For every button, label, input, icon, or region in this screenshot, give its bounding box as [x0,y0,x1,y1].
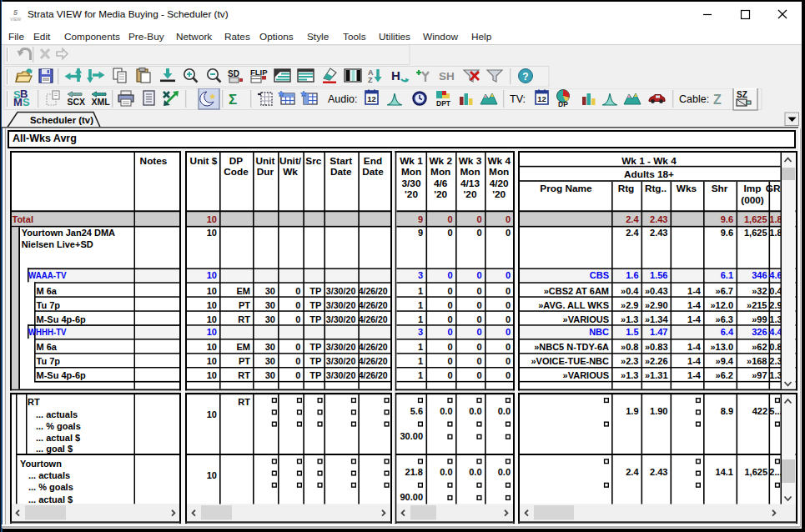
svg-text:0: 0 [506,342,511,352]
svg-text:1.3: 1.3 [769,314,782,324]
svg-text:0: 0 [295,300,300,310]
svg-text:... actuals: ... actuals [36,409,78,419]
svg-text:Tu 7p: Tu 7p [37,356,61,366]
svg-text:30: 30 [265,370,275,380]
svg-text:»6.7: »6.7 [716,286,733,296]
svg-text:0: 0 [447,327,452,337]
svg-text:RT: RT [28,397,40,407]
svg-text:30: 30 [265,356,275,366]
svg-text:0: 0 [506,300,511,310]
svg-text:0: 0 [447,214,452,224]
svg-text:'20: '20 [464,188,477,200]
svg-text:0: 0 [506,327,511,337]
svg-text:Mon: Mon [430,166,450,178]
svg-text:Mon: Mon [401,166,421,178]
svg-text:RT: RT [238,314,250,324]
svg-text:1-4: 1-4 [687,300,702,310]
svg-text:0: 0 [476,286,481,296]
svg-text:10: 10 [207,409,217,419]
svg-text:1-4: 1-4 [687,314,702,324]
svg-text:Mon: Mon [460,166,480,178]
svg-text:»2.26: »2.26 [645,356,668,366]
svg-text:6.4: 6.4 [721,327,734,337]
svg-text:Wk 1: Wk 1 [400,155,423,167]
svg-text:1.3: 1.3 [769,370,782,380]
svg-text:1-4: 1-4 [687,342,702,352]
svg-text:»1.3: »1.3 [621,314,638,324]
svg-text:90.00: 90.00 [400,492,423,502]
svg-text:»1.31: »1.31 [645,370,668,380]
svg-text:'20: '20 [434,188,447,200]
svg-text:Notes: Notes [140,155,168,167]
svg-text:DP: DP [229,155,244,167]
svg-text:... actuals: ... actuals [28,470,70,480]
svg-text:0.0: 0.0 [469,406,481,416]
svg-text:Yourtown Jan24 DMA: Yourtown Jan24 DMA [22,228,115,238]
svg-text:326: 326 [752,327,767,337]
svg-text:M 6a: M 6a [37,342,58,352]
svg-text:0.0: 0.0 [498,406,511,416]
svg-text:30.00: 30.00 [400,431,423,441]
svg-text:Wks: Wks [677,183,697,194]
svg-text:»VARIOUS: »VARIOUS [563,314,609,324]
svg-text:2.4: 2.4 [626,214,639,224]
svg-text:3: 3 [418,327,423,337]
svg-text:30: 30 [265,300,275,310]
svg-text:»1.3: »1.3 [621,370,638,380]
svg-text:Tu 7p: Tu 7p [37,300,61,310]
svg-text:»12.0: »12.0 [710,300,733,310]
svg-text:Wk 3: Wk 3 [459,155,482,167]
svg-text:0: 0 [476,370,481,380]
svg-text:Start: Start [330,155,352,167]
svg-text:»1.34: »1.34 [645,314,668,324]
svg-text:NBC: NBC [589,327,609,337]
svg-text:EM: EM [237,342,251,352]
svg-text:1: 1 [418,300,423,310]
svg-text:»NBC5 N-TDY-6A: »NBC5 N-TDY-6A [534,342,609,352]
svg-text:TP: TP [309,342,321,352]
svg-text:6.1: 6.1 [721,270,733,280]
svg-text:0: 0 [476,228,481,238]
svg-text:Unit/: Unit/ [279,155,302,167]
svg-text:30: 30 [265,286,275,296]
svg-text:10: 10 [207,470,217,480]
svg-text:0: 0 [295,370,300,380]
svg-text:»CBS2 AT 6AM: »CBS2 AT 6AM [544,286,609,296]
svg-text:Imp: Imp [744,183,762,194]
svg-text:PT: PT [239,300,250,310]
svg-text:3/30/20: 3/30/20 [326,370,356,380]
svg-text:1.5: 1.5 [626,327,638,337]
svg-text:0: 0 [447,286,452,296]
svg-text:TP: TP [309,314,321,324]
svg-text:»62: »62 [752,342,767,352]
svg-text:0: 0 [506,214,511,224]
svg-text:Nielsen Live+SD: Nielsen Live+SD [22,239,93,249]
svg-text:2.9: 2.9 [769,300,782,310]
svg-text:0.0: 0.0 [440,467,452,477]
svg-text:Wk 1 - Wk 4: Wk 1 - Wk 4 [621,155,677,167]
svg-text:WAAA-TV: WAAA-TV [28,270,67,280]
svg-text:4/26/20: 4/26/20 [359,370,388,380]
svg-text:0: 0 [506,370,511,380]
svg-text:M-Su 4p-6p: M-Su 4p-6p [37,314,87,324]
svg-text:0.0: 0.0 [498,467,511,477]
svg-text:0: 0 [476,214,481,224]
svg-text:1,625: 1,625 [744,214,767,224]
svg-text:1.56: 1.56 [650,270,667,280]
svg-text:0: 0 [476,300,481,310]
svg-text:0: 0 [447,314,452,324]
svg-text:4/26/20: 4/26/20 [359,286,388,296]
svg-text:Mon: Mon [489,166,509,178]
svg-text:... % goals: ... % goals [36,421,81,431]
svg-text:»0.83: »0.83 [645,342,668,352]
svg-text:0.0: 0.0 [469,467,481,477]
svg-text:0: 0 [506,270,511,280]
svg-text:0: 0 [447,356,452,366]
svg-text:4/26/20: 4/26/20 [359,342,388,352]
svg-text:0.0: 0.0 [440,406,452,416]
svg-text:0: 0 [476,314,481,324]
svg-text:M-Su 4p-6p: M-Su 4p-6p [37,370,87,380]
svg-text:... actual $: ... actual $ [36,433,80,443]
svg-text:... goal $: ... goal $ [36,444,73,454]
svg-text:2.4: 2.4 [626,467,639,477]
